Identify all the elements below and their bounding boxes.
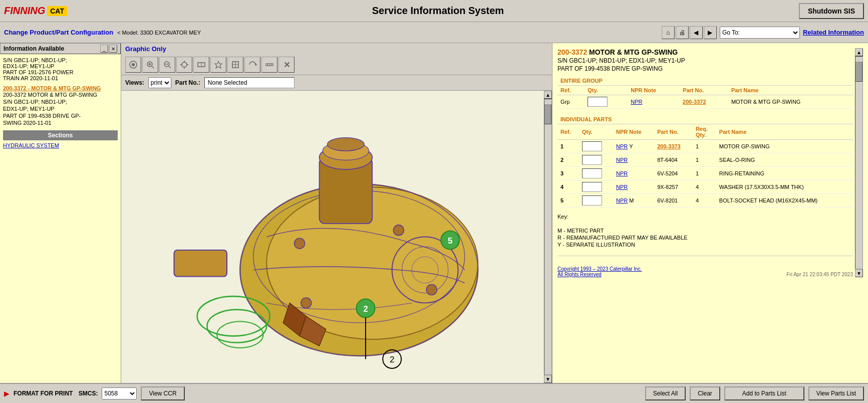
svg-marker-20 [255,63,257,66]
tool-zoom-in[interactable] [142,57,158,73]
sidebar-motor-desc: 200-3372 MOTOR & MTG GP-SWINGS/N GBC1-UP… [3,92,97,126]
reqqty-2: 1 [693,153,716,167]
prev-icon[interactable]: ◀ [690,26,703,39]
shutdown-button[interactable]: Shutdown SIS [799,3,864,19]
npr-3: NPR [613,167,654,180]
svg-rect-34 [174,250,227,277]
svg-marker-16 [215,61,222,68]
npr-1: NPR Y [613,140,654,153]
right-scroll-up[interactable]: ▲ [855,48,863,56]
related-info-link[interactable]: Related Information [803,29,864,36]
motor-mtg-link[interactable]: 200-3372 - MOTOR & MTG GP-SWING [3,85,118,91]
npr-link-grp[interactable]: NPR [631,99,642,105]
tool-collapse[interactable] [227,57,243,73]
npr-link-1[interactable]: NPR [616,143,628,149]
clear-button[interactable]: Clear [690,386,720,400]
smcs-select[interactable]: 5058 [102,387,137,399]
partno-4: 9X-8257 [654,180,693,194]
copyright: Copyright 1993 – 2023 Caterpillar Inc.Al… [557,266,853,277]
scroll-down-arrow[interactable]: ▼ [544,375,552,383]
scrollbar-track[interactable] [544,99,552,375]
header: FINNING CAT Service Information System S… [0,0,868,22]
npr-2: NPR [613,153,654,167]
svg-point-33 [327,138,364,151]
right-scrollbar-thumb[interactable] [855,62,862,82]
key-m: M - METRIC PART [557,228,853,234]
select-all-button[interactable]: Select All [645,386,686,400]
minimize-button[interactable]: _ [100,45,108,53]
tool-pointer[interactable] [125,57,141,73]
partno-orange-1[interactable]: 200-3373 [657,143,681,149]
partno-label: Part No.: [175,79,200,86]
key-label: Key: [557,214,853,220]
tool-zoom-out[interactable] [159,57,175,73]
ref-3: 3 [557,167,579,180]
info-available-controls: _ ✕ [100,45,117,53]
reqqty-5: 4 [693,194,716,208]
col-partname-ind: Part Name [716,124,853,140]
entire-group-header: ENTIRE GROUP [557,76,853,86]
nav-icons: ⌂ 🖨 ◀ ▶ [662,26,717,39]
col-partno-ind: Part No. [654,124,693,140]
qty-input-3[interactable] [582,168,602,178]
qty-input-2[interactable] [582,155,602,165]
change-product-link[interactable]: Change Product/Part Configuration [4,29,113,36]
view-ccr-button[interactable]: View CCR [141,386,184,400]
next-icon[interactable]: ▶ [704,26,717,39]
right-panel: 200-3372 MOTOR & MTG GP-SWING S/N GBC1-U… [552,43,868,383]
logo: FINNING CAT [4,5,67,17]
reqqty-1: 1 [693,140,716,153]
tool-pan[interactable] [176,57,192,73]
bottom-bar: ▶ FORMAT FOR PRINT SMCS: 5058 View CCR S… [0,383,868,403]
format-arrow-icon: ▶ [4,389,10,397]
partno-orange-grp[interactable]: 200-3372 [683,99,706,105]
print-icon[interactable]: 🖨 [676,26,689,39]
tool-close-graphic[interactable]: ✕ [278,57,295,73]
npr-link-2[interactable]: NPR [616,157,628,163]
partname-1: MOTOR GP-SWING [716,140,853,153]
home-icon[interactable]: ⌂ [662,26,675,39]
sidebar: Information Available _ ✕ S/N GBC1-UP; N… [0,43,121,383]
qty-input-grp[interactable] [588,97,608,107]
tool-fit[interactable] [193,57,209,73]
qty-input-4[interactable] [582,182,602,192]
scrollbar-thumb[interactable] [544,104,551,124]
col-ref: Ref. [557,86,585,95]
npr-link-5[interactable]: NPR [616,197,628,204]
npr-grp: NPR [628,95,680,109]
sidebar-item-sn: S/N GBC1-UP; NBD1-UP;EDX1-UP; MEY1-UPPAR… [3,57,118,81]
tool-measure[interactable] [261,57,277,73]
table-row: 2 NPR 8T-6404 1 SEAL-O-RING [557,153,853,167]
tool-rotate[interactable] [244,57,260,73]
part-of: PART OF 199-4538 DRIVE GP-SWING [557,65,853,72]
col-part-name: Part Name [728,86,853,95]
table-row: 3 NPR 6V-5204 1 RING-RETAINING [557,167,853,180]
views-select[interactable]: print [148,77,171,88]
view-parts-list-button[interactable]: View Parts List [808,386,864,400]
scroll-up-arrow[interactable]: ▲ [544,91,552,99]
npr-link-4[interactable]: NPR [616,184,628,190]
svg-text:5: 5 [448,236,453,246]
sidebar-content: S/N GBC1-UP; NBD1-UP;EDX1-UP; MEY1-UPPAR… [0,54,121,383]
part-number-title: 200-3372 [557,48,587,56]
tool-explode[interactable] [210,57,226,73]
add-to-parts-list-button[interactable]: Add to Parts List [724,386,804,400]
svg-point-41 [301,298,312,308]
partno-5: 6V-8201 [654,194,693,208]
part-sn: S/N GBC1-UP; NBD1-UP; EDX1-UP; MEY1-UP [557,57,853,64]
hydraulic-system-link[interactable]: HYDRAULIC SYSTEM [3,140,118,150]
col-qty-ind: Qty. [579,124,613,140]
close-button[interactable]: ✕ [109,45,117,53]
ref-5: 5 [557,194,579,208]
qty-input-1[interactable] [582,141,602,151]
goto-select[interactable]: Go To: [720,27,800,39]
npr-link-3[interactable]: NPR [616,170,628,176]
right-scroll-down[interactable]: ▼ [855,269,863,277]
ref-4: 4 [557,180,579,194]
partno-input[interactable] [204,77,295,88]
smcs-label: FORMAT FOR PRINT [14,390,73,397]
right-scrollbar-track[interactable] [855,56,863,269]
qty-input-5[interactable] [582,195,602,206]
key-section: Key: M - METRIC PART R - REMANUFACTURED … [557,214,853,248]
svg-point-38 [295,238,305,249]
